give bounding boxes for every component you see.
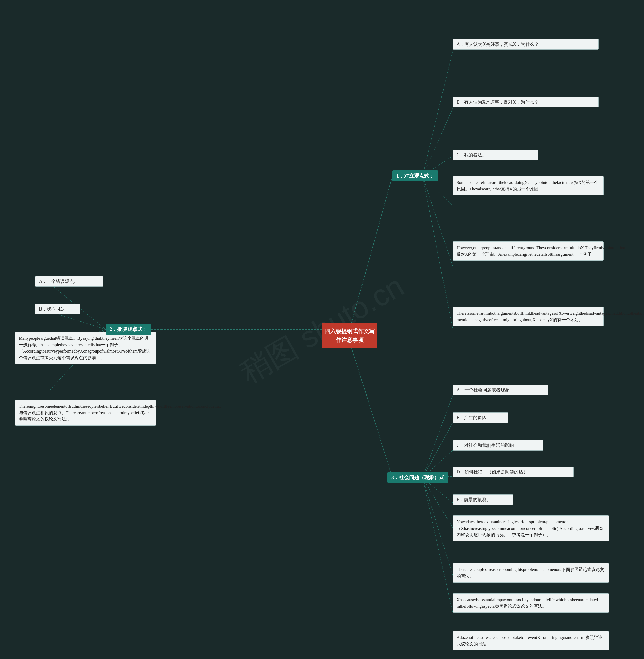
- svg-line-0: [350, 176, 392, 329]
- branch1-label: 1．对立观点式：: [392, 170, 438, 181]
- branch3-para2: Thereareacoupleofreasonsboomingthisprobl…: [453, 563, 609, 583]
- branch1-para3: ThereissometruthinbothargumentsbutIthink…: [453, 307, 604, 326]
- branch3-outline-d: D．如何杜绝。（如果是问题的话）: [453, 467, 574, 477]
- branch3-label: 3．社会问题（现象）式: [387, 472, 448, 483]
- center-node: 四六级提纲式作文写 作注意事项: [322, 323, 377, 348]
- branch2-para2: Theremightbesomeelementoftruthintheseopl…: [15, 400, 156, 426]
- branch2-label: 2．批驳观点式：: [106, 324, 152, 335]
- branch3-para3: Xhascausedsubstantialimpactonthesocietya…: [453, 593, 609, 613]
- branch3-outline-b: B．产生的原因: [453, 413, 508, 423]
- branch3-para1: Nowadays,thereexistsanincresinglyserious…: [453, 515, 609, 541]
- svg-line-18: [423, 478, 453, 528]
- svg-line-8: [423, 176, 453, 329]
- branch3-para4: Adozenofmeasuresaresupposedtotaketopreve…: [453, 631, 609, 651]
- svg-line-10: [50, 312, 106, 329]
- branch3-outline-a: A．一个社会问题或者现象。: [453, 385, 548, 395]
- svg-line-13: [423, 395, 453, 478]
- branch1-outline-c: C．我的看法。: [453, 149, 538, 160]
- branch2-para1: Manypeoplearguethat错误观点。Bysaying that,th…: [15, 332, 156, 364]
- branch3-outline-c: C．对社会和我们生活的影响: [453, 440, 543, 451]
- svg-line-7: [423, 176, 453, 266]
- branch2-outline-a: A．一个错误观点。: [35, 276, 103, 287]
- branch1-outline-b: B．有人认为X是坏事，反对X，为什么？: [453, 97, 599, 108]
- svg-line-4: [423, 108, 453, 176]
- svg-line-2: [350, 342, 392, 478]
- svg-line-3: [423, 50, 453, 176]
- branch1-outline-a: A．有人认为X是好事，赞成X，为什么？: [453, 39, 599, 49]
- branch1-para2: However,otherpeoplestandonadifferentgrou…: [453, 241, 604, 261]
- branch2-outline-b: B．我不同意。: [35, 304, 80, 314]
- svg-line-20: [423, 478, 453, 613]
- branch3-outline-e: E．前景的预测。: [453, 494, 513, 505]
- branch1-para1: SomepeopleareinfavoroftheideaofdoingX.Th…: [453, 176, 604, 195]
- svg-line-19: [423, 478, 453, 576]
- svg-line-14: [423, 422, 453, 478]
- mind-map: 稍图 shuto.cn 四六级提纲式作文写 作注意事项: [0, 0, 644, 659]
